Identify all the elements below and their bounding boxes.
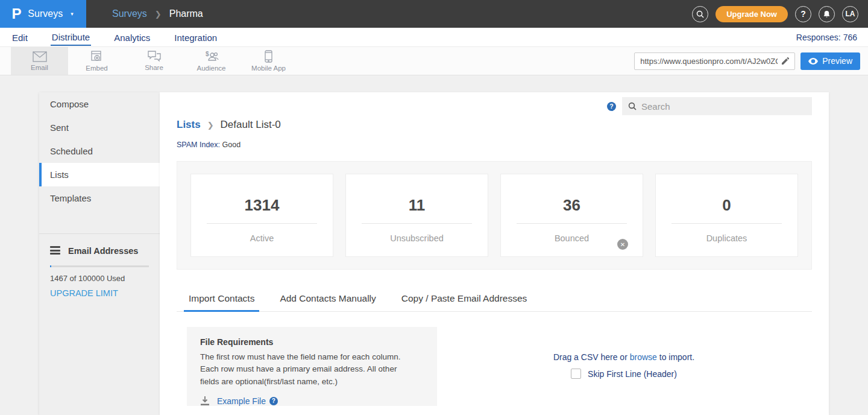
stat-card-bounced[interactable]: 36 Bounced ✕ <box>500 174 643 257</box>
close-icon: ✕ <box>620 241 625 248</box>
help-icon[interactable]: ? <box>607 102 616 111</box>
stat-value: 1314 <box>245 196 280 215</box>
sidebar-item-sent[interactable]: Sent <box>39 116 160 139</box>
upgrade-now-button[interactable]: Upgrade Now <box>715 6 788 22</box>
skip-first-line-row: Skip First Line (Header) <box>571 369 677 379</box>
tab-edit[interactable]: Edit <box>11 30 29 45</box>
search-icon <box>696 10 704 18</box>
stat-label: Duplicates <box>706 233 747 243</box>
usage-text: 1467 of 100000 Used <box>50 274 149 283</box>
avatar-initials: LA <box>846 10 855 18</box>
sidebar-item-templates[interactable]: Templates <box>39 186 160 210</box>
example-file-link[interactable]: Example File <box>217 396 266 406</box>
tab-distribute[interactable]: Distribute <box>51 29 91 46</box>
list-stats-panel: 1314 Active 11 Unsubscribed 36 Bounced ✕… <box>177 161 812 270</box>
toolbar-item-audience[interactable]: $ Audience <box>183 47 240 75</box>
sidebar-item-scheduled[interactable]: Scheduled <box>39 139 160 163</box>
search-input[interactable] <box>641 101 806 112</box>
header-actions: Upgrade Now ? LA <box>692 6 868 22</box>
survey-nav: Edit Distribute Analytics Integration Re… <box>0 28 868 47</box>
svg-text:$: $ <box>206 51 209 57</box>
toolbar-item-label: Mobile App <box>251 65 286 72</box>
help-button[interactable]: ? <box>795 6 811 22</box>
toolbar-item-label: Audience <box>197 65 226 72</box>
example-file-help-icon[interactable]: ? <box>269 397 278 405</box>
email-sidebar: Compose Sent Scheduled Lists Templates E… <box>39 92 160 415</box>
product-switcher-label: Surveys <box>28 8 63 19</box>
usage-progress-fill <box>50 265 51 267</box>
responses-count[interactable]: Responses: 766 <box>796 33 857 42</box>
clear-bounced-button[interactable]: ✕ <box>617 239 628 250</box>
csv-import-area[interactable]: Drag a CSV here or browse to import. Ski… <box>437 352 811 379</box>
stat-card-duplicates[interactable]: 0 Duplicates <box>655 174 798 257</box>
drag-csv-text: Drag a CSV here or browse to import. <box>553 352 694 362</box>
product-switcher[interactable]: P Surveys ▾ <box>0 0 86 28</box>
stat-divider <box>671 223 782 224</box>
toolbar-item-label: Share <box>145 64 163 71</box>
drag-text-pre: Drag a CSV here or <box>553 352 630 362</box>
avatar[interactable]: LA <box>842 6 858 22</box>
embed-icon <box>91 51 103 63</box>
stat-card-unsubscribed[interactable]: 11 Unsubscribed <box>345 174 488 257</box>
toolbar-item-share[interactable]: Share <box>125 47 183 75</box>
stat-label: Active <box>250 233 274 243</box>
stat-value: 11 <box>409 196 426 215</box>
spam-index-row: SPAM Index: Good <box>177 141 241 149</box>
breadcrumb-surveys-link[interactable]: Surveys <box>112 8 147 19</box>
toolbar-item-mobile-app[interactable]: Mobile App <box>240 47 297 75</box>
search-box <box>622 97 812 115</box>
eye-icon <box>808 58 818 65</box>
download-icon <box>200 396 210 406</box>
tab-analytics[interactable]: Analytics <box>113 30 151 45</box>
stat-value: 0 <box>722 196 731 215</box>
skip-first-line-checkbox[interactable] <box>571 369 581 379</box>
search-icon <box>628 102 637 110</box>
usage-progress-bar <box>50 265 149 267</box>
tab-integration[interactable]: Integration <box>173 30 218 45</box>
toolbar-item-email[interactable]: Email <box>11 47 68 75</box>
list-search-row: ? <box>607 97 812 115</box>
email-addresses-header: Email Addresses <box>50 246 149 256</box>
mobile-icon <box>265 50 272 63</box>
breadcrumb: Surveys ❯ Pharma <box>112 8 203 19</box>
sidebar-item-lists[interactable]: Lists <box>39 163 160 186</box>
stat-card-active[interactable]: 1314 Active <box>190 174 333 257</box>
breadcrumb-separator: ❯ <box>155 10 162 19</box>
preview-button[interactable]: Preview <box>800 52 860 70</box>
stat-label: Bounced <box>555 233 589 243</box>
main-panel: ? Lists ❯ Default List-0 SPAM Index: Goo… <box>160 92 829 415</box>
upgrade-limit-link[interactable]: UPGRADE LIMIT <box>50 288 149 298</box>
drag-text-post: to import. <box>657 352 694 362</box>
lists-link[interactable]: Lists <box>177 119 201 131</box>
question-mark-icon: ? <box>800 9 806 19</box>
stat-label: Unsubscribed <box>390 233 444 243</box>
email-addresses-title: Email Addresses <box>68 246 138 256</box>
distribute-toolbar: Email Embed Share $ Audience Mobile App <box>0 47 868 75</box>
questionpro-logo-icon: P <box>12 6 22 22</box>
list-breadcrumb: Lists ❯ Default List-0 <box>177 119 281 131</box>
edit-url-pencil-icon[interactable] <box>780 57 794 65</box>
stat-divider <box>362 223 472 224</box>
survey-url-input[interactable] <box>635 57 780 66</box>
tab-copy-paste-email-addresses[interactable]: Copy / Paste Email Addresses <box>397 290 532 312</box>
tab-add-contacts-manually[interactable]: Add Contacts Manually <box>275 290 380 312</box>
audience-icon: $ <box>204 51 219 63</box>
notifications-button[interactable] <box>819 6 835 22</box>
spam-index-value: Good <box>222 141 241 149</box>
stat-divider <box>207 223 317 224</box>
stat-divider <box>517 223 627 224</box>
toolbar-item-embed[interactable]: Embed <box>68 47 125 75</box>
sidebar-item-compose[interactable]: Compose <box>39 92 160 116</box>
example-file-row: Example File ? <box>200 396 424 406</box>
share-icon <box>148 51 161 62</box>
preview-label: Preview <box>822 56 852 66</box>
breadcrumb-survey-name[interactable]: Pharma <box>169 8 203 19</box>
contacts-tabs: Import Contacts Add Contacts Manually Co… <box>177 290 812 312</box>
file-requirements-box: File Requirements The first row must hav… <box>187 327 437 406</box>
toolbar-item-label: Embed <box>86 65 107 72</box>
browse-link[interactable]: browse <box>630 352 657 362</box>
tab-import-contacts[interactable]: Import Contacts <box>184 290 259 312</box>
search-button[interactable] <box>692 6 708 22</box>
breadcrumb-separator: ❯ <box>207 121 214 130</box>
file-requirements-title: File Requirements <box>200 337 424 347</box>
